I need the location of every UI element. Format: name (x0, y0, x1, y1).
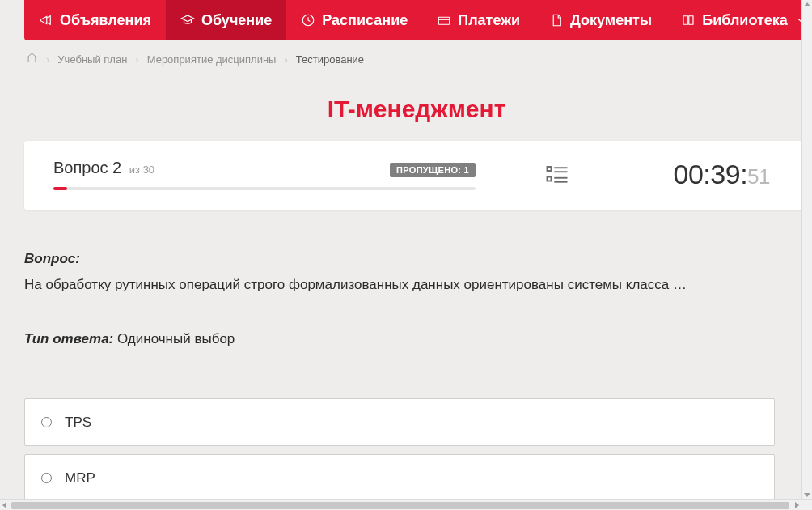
nav-item-schedule[interactable]: Расписание (286, 0, 422, 40)
page-title: IT-менеджмент (24, 73, 809, 141)
options-list: TPS MRP MRPII (24, 398, 775, 500)
option-row[interactable]: MRP (24, 454, 775, 499)
horizontal-scrollbar[interactable] (0, 499, 812, 510)
nav-label: Платежи (458, 12, 520, 29)
option-label: TPS (65, 412, 91, 433)
chevron-right-icon: › (135, 53, 138, 66)
answer-type-label: Тип ответа: (24, 331, 113, 346)
nav-item-documents[interactable]: Документы (535, 0, 666, 40)
svg-rect-3 (548, 176, 552, 181)
option-radio[interactable] (41, 417, 52, 427)
question-counter: Вопрос 2 из 30 (53, 159, 154, 177)
clock-icon (301, 13, 315, 28)
of-prefix: из (129, 164, 140, 176)
question-label: Вопрос: (24, 251, 80, 266)
status-card: Вопрос 2 из 30 ПРОПУЩЕНО: 1 (24, 141, 809, 210)
answer-type-value: Одиночный выбор (117, 331, 235, 346)
megaphone-icon (39, 13, 53, 28)
nav-label: Документы (570, 12, 652, 29)
home-icon[interactable] (26, 52, 38, 66)
question-number: Вопрос 2 (53, 159, 121, 176)
progress-bar (53, 187, 476, 190)
chevron-right-icon: › (46, 53, 49, 66)
question-text: На обработку рутинных операций строго фо… (24, 274, 804, 295)
question-block: Вопрос: (24, 249, 804, 270)
svg-rect-2 (548, 167, 552, 171)
nav-label: Библиотека (702, 12, 788, 29)
skipped-badge: ПРОПУЩЕНО: 1 (390, 163, 476, 177)
total-questions: 30 (143, 164, 154, 176)
option-row[interactable]: TPS (24, 398, 775, 447)
nav-label: Расписание (322, 12, 408, 29)
breadcrumb: › Учебный план › Мероприятие дисциплины … (24, 40, 809, 73)
timer-main: 00:39: (674, 159, 748, 189)
timer: 00:39:51 (674, 159, 770, 190)
option-label: MRP (65, 468, 95, 489)
scroll-left-icon[interactable] (2, 502, 6, 508)
vertical-scrollbar[interactable] (801, 0, 812, 499)
nav-item-announcements[interactable]: Объявления (24, 0, 166, 40)
chevron-right-icon: › (284, 53, 287, 66)
top-nav: Объявления Обучение Расписание (24, 0, 809, 40)
nav-label: Объявления (60, 12, 151, 29)
nav-item-education[interactable]: Обучение (166, 0, 286, 40)
nav-item-payments[interactable]: Платежи (422, 0, 535, 40)
timer-seconds: 51 (747, 164, 770, 189)
breadcrumb-link-plan[interactable]: Учебный план (57, 53, 127, 66)
grad-cap-icon (180, 13, 195, 28)
scroll-up-icon[interactable] (804, 2, 810, 6)
document-icon (549, 13, 564, 28)
option-radio[interactable] (41, 473, 52, 483)
library-icon (681, 13, 696, 28)
nav-label: Обучение (201, 12, 272, 29)
breadcrumb-link-event[interactable]: Мероприятие дисциплины (147, 53, 277, 66)
payment-icon (437, 13, 451, 28)
scroll-thumb[interactable] (11, 502, 789, 509)
progress-fill (53, 187, 67, 190)
question-list-button[interactable] (545, 163, 569, 187)
scroll-right-icon[interactable] (795, 502, 799, 508)
scroll-down-icon[interactable] (804, 493, 810, 497)
answer-type: Тип ответа: Одиночный выбор (24, 329, 804, 350)
nav-item-library[interactable]: Библиотека (666, 0, 812, 40)
svg-rect-1 (438, 17, 450, 24)
breadcrumb-current: Тестирование (296, 53, 364, 66)
